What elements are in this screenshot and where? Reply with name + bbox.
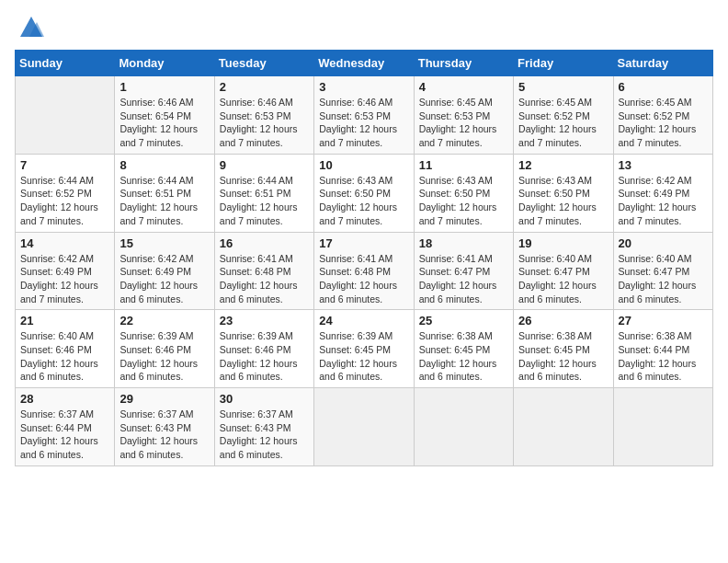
- day-number: 19: [518, 236, 608, 250]
- calendar-week-row: 28Sunrise: 6:37 AM Sunset: 6:44 PM Dayli…: [16, 388, 713, 466]
- day-detail: Sunrise: 6:40 AM Sunset: 6:46 PM Dayligh…: [20, 329, 109, 384]
- calendar-cell: 27Sunrise: 6:38 AM Sunset: 6:44 PM Dayli…: [613, 310, 712, 388]
- calendar-cell: [16, 76, 115, 155]
- day-number: 2: [220, 80, 309, 94]
- day-header-friday: Friday: [514, 51, 613, 76]
- calendar-cell: 13Sunrise: 6:42 AM Sunset: 6:49 PM Dayli…: [613, 154, 712, 232]
- day-number: 23: [220, 314, 309, 327]
- day-number: 11: [419, 158, 508, 172]
- day-number: 1: [119, 80, 209, 94]
- calendar-cell: 11Sunrise: 6:43 AM Sunset: 6:50 PM Dayli…: [414, 154, 513, 232]
- day-detail: Sunrise: 6:42 AM Sunset: 6:49 PM Dayligh…: [119, 252, 209, 306]
- calendar-cell: 14Sunrise: 6:42 AM Sunset: 6:49 PM Dayli…: [16, 232, 115, 310]
- calendar-cell: 19Sunrise: 6:40 AM Sunset: 6:47 PM Dayli…: [514, 232, 613, 310]
- calendar-cell: 18Sunrise: 6:41 AM Sunset: 6:47 PM Dayli…: [414, 232, 513, 310]
- day-number: 13: [619, 158, 708, 172]
- day-detail: Sunrise: 6:42 AM Sunset: 6:49 PM Dayligh…: [20, 252, 109, 306]
- day-number: 24: [319, 314, 408, 327]
- calendar-cell: 5Sunrise: 6:45 AM Sunset: 6:52 PM Daylig…: [514, 76, 613, 155]
- day-detail: Sunrise: 6:38 AM Sunset: 6:44 PM Dayligh…: [619, 329, 708, 384]
- calendar-cell: 22Sunrise: 6:39 AM Sunset: 6:46 PM Dayli…: [115, 310, 214, 388]
- day-detail: Sunrise: 6:45 AM Sunset: 6:53 PM Dayligh…: [419, 96, 508, 150]
- calendar-table: SundayMondayTuesdayWednesdayThursdayFrid…: [15, 50, 713, 466]
- day-number: 18: [419, 236, 508, 250]
- day-detail: Sunrise: 6:39 AM Sunset: 6:46 PM Dayligh…: [220, 329, 309, 384]
- calendar-cell: 24Sunrise: 6:39 AM Sunset: 6:45 PM Dayli…: [314, 310, 414, 388]
- day-number: 4: [419, 80, 508, 94]
- calendar-cell: 17Sunrise: 6:41 AM Sunset: 6:48 PM Dayli…: [314, 232, 414, 310]
- calendar-week-row: 21Sunrise: 6:40 AM Sunset: 6:46 PM Dayli…: [16, 310, 713, 388]
- calendar-cell: [314, 388, 414, 466]
- day-detail: Sunrise: 6:41 AM Sunset: 6:48 PM Dayligh…: [319, 252, 408, 306]
- day-detail: Sunrise: 6:37 AM Sunset: 6:44 PM Dayligh…: [20, 408, 109, 462]
- day-header-tuesday: Tuesday: [214, 51, 313, 76]
- calendar-cell: 1Sunrise: 6:46 AM Sunset: 6:54 PM Daylig…: [115, 76, 214, 155]
- calendar-cell: [514, 388, 613, 466]
- calendar-week-row: 1Sunrise: 6:46 AM Sunset: 6:54 PM Daylig…: [16, 76, 713, 155]
- day-detail: Sunrise: 6:40 AM Sunset: 6:47 PM Dayligh…: [619, 252, 708, 306]
- day-number: 27: [619, 314, 708, 327]
- day-number: 7: [20, 158, 109, 172]
- day-number: 12: [518, 158, 608, 172]
- calendar-cell: 26Sunrise: 6:38 AM Sunset: 6:45 PM Dayli…: [514, 310, 613, 388]
- calendar-header-row: SundayMondayTuesdayWednesdayThursdayFrid…: [16, 51, 713, 76]
- day-number: 5: [518, 80, 608, 94]
- calendar-cell: 21Sunrise: 6:40 AM Sunset: 6:46 PM Dayli…: [16, 310, 115, 388]
- day-detail: Sunrise: 6:38 AM Sunset: 6:45 PM Dayligh…: [518, 329, 608, 384]
- calendar-cell: 16Sunrise: 6:41 AM Sunset: 6:48 PM Dayli…: [214, 232, 313, 310]
- day-number: 6: [619, 80, 708, 94]
- day-number: 14: [20, 236, 109, 250]
- day-number: 10: [319, 158, 408, 172]
- day-detail: Sunrise: 6:44 AM Sunset: 6:51 PM Dayligh…: [220, 174, 309, 228]
- calendar-cell: 28Sunrise: 6:37 AM Sunset: 6:44 PM Dayli…: [16, 388, 115, 466]
- day-number: 22: [119, 314, 209, 327]
- day-detail: Sunrise: 6:44 AM Sunset: 6:52 PM Dayligh…: [20, 174, 109, 228]
- day-number: 30: [220, 392, 309, 406]
- calendar-cell: 30Sunrise: 6:37 AM Sunset: 6:43 PM Dayli…: [214, 388, 313, 466]
- calendar-week-row: 7Sunrise: 6:44 AM Sunset: 6:52 PM Daylig…: [16, 154, 713, 232]
- calendar-cell: 3Sunrise: 6:46 AM Sunset: 6:53 PM Daylig…: [314, 76, 414, 155]
- day-detail: Sunrise: 6:42 AM Sunset: 6:49 PM Dayligh…: [619, 174, 708, 228]
- calendar-cell: [613, 388, 712, 466]
- calendar-cell: 12Sunrise: 6:43 AM Sunset: 6:50 PM Dayli…: [514, 154, 613, 232]
- day-detail: Sunrise: 6:41 AM Sunset: 6:47 PM Dayligh…: [419, 252, 508, 306]
- day-header-monday: Monday: [115, 51, 214, 76]
- calendar-cell: 10Sunrise: 6:43 AM Sunset: 6:50 PM Dayli…: [314, 154, 414, 232]
- day-detail: Sunrise: 6:44 AM Sunset: 6:51 PM Dayligh…: [119, 174, 209, 228]
- day-number: 9: [220, 158, 309, 172]
- day-detail: Sunrise: 6:37 AM Sunset: 6:43 PM Dayligh…: [220, 408, 309, 462]
- calendar-week-row: 14Sunrise: 6:42 AM Sunset: 6:49 PM Dayli…: [16, 232, 713, 310]
- day-header-wednesday: Wednesday: [314, 51, 414, 76]
- day-header-saturday: Saturday: [613, 51, 712, 76]
- calendar-cell: 9Sunrise: 6:44 AM Sunset: 6:51 PM Daylig…: [214, 154, 313, 232]
- calendar-cell: 6Sunrise: 6:45 AM Sunset: 6:52 PM Daylig…: [613, 76, 712, 155]
- day-detail: Sunrise: 6:40 AM Sunset: 6:47 PM Dayligh…: [518, 252, 608, 306]
- day-detail: Sunrise: 6:46 AM Sunset: 6:54 PM Dayligh…: [119, 96, 209, 150]
- day-detail: Sunrise: 6:46 AM Sunset: 6:53 PM Dayligh…: [220, 96, 309, 150]
- day-detail: Sunrise: 6:43 AM Sunset: 6:50 PM Dayligh…: [319, 174, 408, 228]
- logo-icon: [18, 15, 44, 40]
- day-number: 26: [518, 314, 608, 327]
- day-detail: Sunrise: 6:43 AM Sunset: 6:50 PM Dayligh…: [419, 174, 508, 228]
- day-detail: Sunrise: 6:43 AM Sunset: 6:50 PM Dayligh…: [518, 174, 608, 228]
- calendar-cell: 15Sunrise: 6:42 AM Sunset: 6:49 PM Dayli…: [115, 232, 214, 310]
- day-number: 20: [619, 236, 708, 250]
- day-number: 8: [119, 158, 209, 172]
- day-number: 28: [20, 392, 109, 406]
- logo: [15, 15, 44, 40]
- calendar-cell: 2Sunrise: 6:46 AM Sunset: 6:53 PM Daylig…: [214, 76, 313, 155]
- day-number: 29: [119, 392, 209, 406]
- day-header-sunday: Sunday: [16, 51, 115, 76]
- calendar-cell: 23Sunrise: 6:39 AM Sunset: 6:46 PM Dayli…: [214, 310, 313, 388]
- day-number: 17: [319, 236, 408, 250]
- calendar-cell: 4Sunrise: 6:45 AM Sunset: 6:53 PM Daylig…: [414, 76, 513, 155]
- day-detail: Sunrise: 6:41 AM Sunset: 6:48 PM Dayligh…: [220, 252, 309, 306]
- day-number: 3: [319, 80, 408, 94]
- day-number: 25: [419, 314, 508, 327]
- calendar-cell: 20Sunrise: 6:40 AM Sunset: 6:47 PM Dayli…: [613, 232, 712, 310]
- day-detail: Sunrise: 6:38 AM Sunset: 6:45 PM Dayligh…: [419, 329, 508, 384]
- calendar-cell: 25Sunrise: 6:38 AM Sunset: 6:45 PM Dayli…: [414, 310, 513, 388]
- day-number: 16: [220, 236, 309, 250]
- day-detail: Sunrise: 6:45 AM Sunset: 6:52 PM Dayligh…: [619, 96, 708, 150]
- day-detail: Sunrise: 6:45 AM Sunset: 6:52 PM Dayligh…: [518, 96, 608, 150]
